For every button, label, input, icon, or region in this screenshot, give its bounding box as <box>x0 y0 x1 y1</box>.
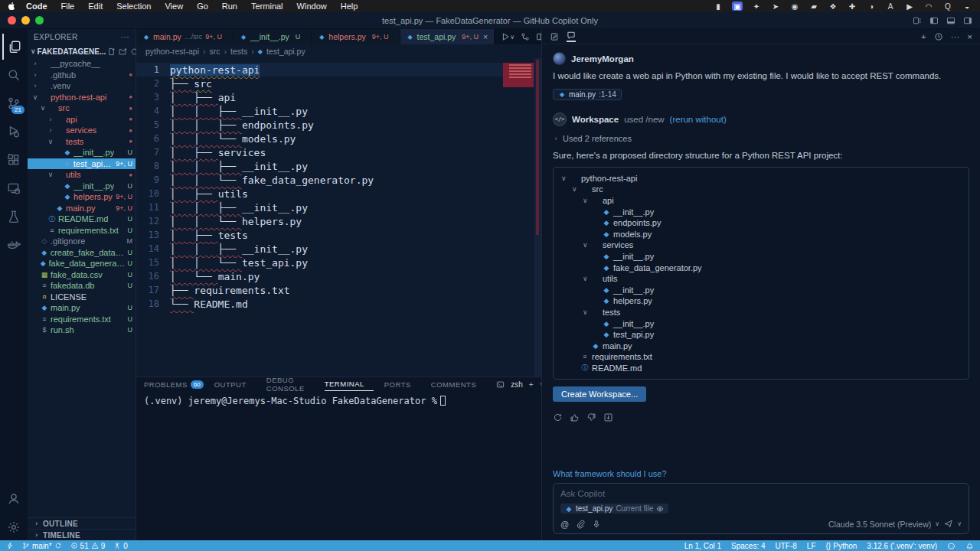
plus-app-icon[interactable]: ✚ <box>847 2 858 11</box>
toggle-secondary-sidebar-icon[interactable] <box>963 16 972 25</box>
context-file-chip[interactable]: ◆ test_api.py Current file <box>560 504 668 514</box>
new-folder-icon[interactable] <box>119 47 127 56</box>
chat-view-icon[interactable] <box>567 31 576 42</box>
send-dropdown-icon[interactable]: ∨ <box>957 520 962 527</box>
panel-tab[interactable]: OUTPUT <box>214 377 256 391</box>
chat-edit-session-icon[interactable] <box>550 32 559 41</box>
toggle-panel-icon[interactable] <box>946 16 956 25</box>
explorer-tree-item[interactable]: ⓘ README.md U <box>28 214 136 225</box>
indentation[interactable]: Spaces: 4 <box>731 542 765 550</box>
explorer-tree-item[interactable]: ∨ utils ● <box>28 169 136 181</box>
remote-explorer-icon[interactable] <box>2 175 25 201</box>
tab-close-icon[interactable]: × <box>483 32 488 41</box>
explorer-icon[interactable] <box>2 34 25 60</box>
code-line[interactable]: 9 │ │ └── fake_data_generator.py <box>136 173 541 187</box>
run-debug-icon[interactable] <box>2 119 25 145</box>
editor-tab[interactable]: ◆ __init__.py U <box>234 29 312 44</box>
explorer-tree-item[interactable]: ≡ fakedata.db U <box>28 280 136 292</box>
proposed-tree-item[interactable]: ◆ __init__.py <box>560 318 962 329</box>
explorer-tree-item[interactable]: ≡ requirements.txt U <box>28 314 136 325</box>
code-line[interactable]: 1 python-rest-api <box>136 63 541 77</box>
explorer-tree-item[interactable]: ◆ create_fake_data.py U <box>28 247 136 259</box>
code-line[interactable]: 14 │ │ ├── __init__.py <box>136 242 541 256</box>
workspace-header[interactable]: ∨ FAKEDATAGENE... <box>28 44 136 58</box>
editor-scrollbar[interactable] <box>534 58 541 377</box>
proposed-tree-item[interactable]: ◆ test_api.py <box>560 329 962 341</box>
proposed-tree-item[interactable]: ∨ utils <box>560 273 962 285</box>
extensions-icon[interactable] <box>2 147 25 173</box>
code-line[interactable]: 12 │ │ └── helpers.py <box>136 214 541 228</box>
menu-selection[interactable]: Selection <box>109 2 158 11</box>
explorer-more-icon[interactable]: ··· <box>121 33 129 41</box>
explorer-tree-item[interactable]: › services ● <box>28 125 136 136</box>
copilot-status-icon[interactable] <box>947 542 956 550</box>
chat-input[interactable]: Ask Copilot <box>560 489 962 498</box>
battery-icon[interactable]: ▮ <box>713 2 724 11</box>
keyboard-icon[interactable]: A <box>885 2 896 11</box>
panel-tab[interactable]: TERMINAL <box>325 377 374 391</box>
regenerate-icon[interactable] <box>553 412 563 422</box>
chat-history-icon[interactable] <box>934 32 943 41</box>
open-changes-icon[interactable] <box>521 32 530 41</box>
menu-file[interactable]: File <box>54 2 82 11</box>
model-dropdown-icon[interactable]: ∨ <box>935 520 939 527</box>
explorer-tree-item[interactable]: ◆ __init__.py U <box>28 147 136 158</box>
create-workspace-button[interactable]: Create Workspace... <box>553 386 646 402</box>
code-editor[interactable]: 1 python-rest-api 2 ├── src 3 │ ├── api <box>136 58 541 377</box>
toggle-primary-sidebar-icon[interactable] <box>929 16 939 25</box>
menu-terminal[interactable]: Terminal <box>244 2 290 11</box>
code-line[interactable]: 7 │ ├── services <box>136 145 541 159</box>
panel-tab[interactable]: COMMENTS <box>431 377 485 391</box>
wifi-icon[interactable]: ◠ <box>923 2 934 11</box>
menu-code[interactable]: Code <box>19 2 54 11</box>
encoding[interactable]: UTF-8 <box>776 542 797 550</box>
explorer-tree-item[interactable]: › .venv <box>28 80 136 92</box>
explorer-tree-item[interactable]: ◆ __init__.py U <box>28 181 136 192</box>
explorer-tree-item[interactable]: › api ● <box>28 114 136 126</box>
explorer-tree-item[interactable]: ≡ requirements.txt U <box>28 225 136 236</box>
shell-name[interactable]: zsh <box>511 380 523 389</box>
explorer-tree-item[interactable]: ◆ main.py 9+, U <box>28 203 136 214</box>
arrow-app-icon[interactable]: ➤ <box>770 2 781 11</box>
screen-record-icon[interactable]: ▣ <box>732 2 743 11</box>
proposed-tree-item[interactable]: ⓘ README.md <box>560 363 962 374</box>
menu-window[interactable]: Window <box>290 2 334 11</box>
eol-sequence[interactable]: LF <box>807 542 816 550</box>
customize-layout-icon[interactable] <box>913 16 922 25</box>
explorer-tree-item[interactable]: ∨ python-rest-api ● <box>28 92 136 103</box>
new-terminal-icon[interactable]: + <box>529 380 534 389</box>
proposed-tree-item[interactable]: ∨ services <box>560 240 962 251</box>
code-line[interactable]: 4 │ │ ├── __init__.py <box>136 104 541 118</box>
timer-icon[interactable]: ◑ <box>866 2 877 11</box>
code-line[interactable]: 15 │ │ └── test_api.py <box>136 256 541 269</box>
cursor-app-icon[interactable]: ✦ <box>751 2 762 11</box>
proposed-tree-item[interactable]: ◆ __init__.py <box>560 284 962 295</box>
breadcrumb-item[interactable]: tests <box>230 47 247 56</box>
explorer-tree-item[interactable]: ◇ .gitignore M <box>28 236 136 247</box>
search-icon[interactable] <box>2 62 25 88</box>
proposed-tree-item[interactable]: ∨ python-rest-api <box>560 173 962 184</box>
panel-tab[interactable]: PROBLEMS 60 <box>144 377 204 391</box>
editor-tab[interactable]: ◆ helpers.py 9+, U <box>312 29 400 44</box>
explorer-tree-item[interactable]: ◆ helpers.py 9+, U <box>28 191 136 203</box>
proposed-tree-item[interactable]: ∨ src <box>560 184 962 195</box>
play-icon[interactable]: ▶ <box>904 2 915 11</box>
chat-more-icon[interactable]: ··· <box>951 32 960 41</box>
code-line[interactable]: 5 │ │ ├── endpoints.py <box>136 118 541 132</box>
menu-view[interactable]: View <box>158 2 190 11</box>
ports-status[interactable]: 0 <box>113 542 128 550</box>
code-line[interactable]: 8 │ │ ├── __init__.py <box>136 159 541 173</box>
explorer-tree-item[interactable]: ◆ test_api.py 9+, U <box>28 158 136 170</box>
language-mode[interactable]: {}Python <box>826 542 858 550</box>
git-branch-status[interactable]: main* <box>22 542 62 550</box>
mention-icon[interactable]: @ <box>560 520 569 529</box>
editor-tab[interactable]: ◆ main.py …/src 9+, U <box>136 29 234 44</box>
code-line[interactable]: 16 │ └── main.py <box>136 269 541 283</box>
eye-icon[interactable] <box>656 505 664 513</box>
zoom-window-button[interactable] <box>35 16 44 24</box>
used-references[interactable]: › Used 2 references <box>553 134 969 143</box>
breadcrumb-file[interactable]: test_api.py <box>266 47 305 56</box>
settings-gear-icon[interactable] <box>2 514 25 540</box>
terminal[interactable]: (.venv) jeremy@Jeremys-Mac-Studio FakeDa… <box>136 391 541 540</box>
chat-close-icon[interactable]: × <box>967 32 972 41</box>
